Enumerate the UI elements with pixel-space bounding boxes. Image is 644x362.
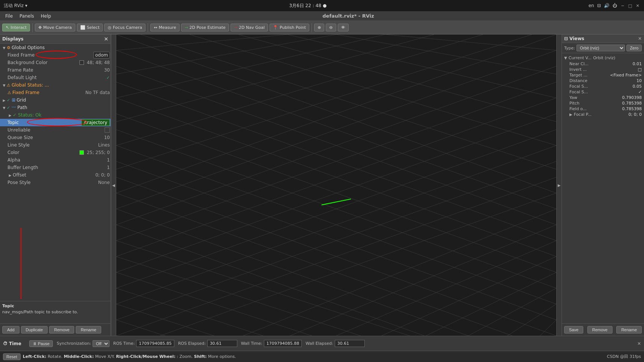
views-save-button[interactable]: Save: [564, 326, 583, 334]
pitch-label: Pitch: [569, 101, 622, 106]
focal-s1-label: Focal S...: [569, 84, 633, 89]
reset-button[interactable]: Reset: [3, 353, 21, 360]
ros-time-value: 1709794085.85: [136, 340, 174, 347]
frame-rate-row[interactable]: Frame Rate 30: [0, 66, 111, 74]
unreliable-row[interactable]: Unreliable: [0, 126, 111, 134]
field-of-view-value[interactable]: 0.785398: [622, 106, 642, 111]
help-menu[interactable]: Help: [38, 13, 54, 19]
status-text: Left-Click: Rotate. Middle-Click: Move X…: [23, 354, 236, 359]
offset-row[interactable]: Offset 0; 0; 0: [0, 171, 111, 179]
nav-goal-icon: →: [234, 25, 237, 30]
line-style-row[interactable]: Line Style Lines: [0, 141, 111, 149]
sync-select[interactable]: Off: [93, 340, 109, 347]
buffer-length-row[interactable]: Buffer Length 1: [0, 164, 111, 171]
topic-value[interactable]: /trajectory: [81, 119, 110, 126]
move-camera-button[interactable]: ✥ Move Camera: [35, 24, 75, 31]
views-close-button[interactable]: ✕: [638, 36, 642, 41]
time-panel-close[interactable]: ✕: [637, 341, 641, 346]
measure-button[interactable]: ↔ Measure: [150, 24, 180, 31]
target-frame-value[interactable]: <Fixed Frame>: [610, 73, 642, 78]
current-view-expand[interactable]: ▼: [564, 56, 567, 60]
remove-button[interactable]: Remove: [49, 326, 74, 334]
background-color-row[interactable]: Background Color 48; 48; 48: [0, 59, 111, 66]
distance-value[interactable]: 10: [637, 78, 642, 83]
views-zero-button[interactable]: Zero: [626, 45, 642, 51]
duplicate-button[interactable]: Duplicate: [21, 326, 48, 334]
invert-value[interactable]: □: [638, 67, 642, 72]
views-remove-button[interactable]: Remove: [587, 326, 613, 334]
wall-elapsed-label: Wall Elapsed:: [306, 341, 333, 346]
views-rename-button[interactable]: Rename: [616, 326, 642, 334]
views-type-label: Type:: [564, 46, 575, 51]
alpha-value: 1: [107, 157, 110, 163]
move-camera-button-2[interactable]: ⊕: [314, 24, 324, 31]
focal-point-expand-icon[interactable]: ▶: [569, 112, 572, 117]
file-menu[interactable]: File: [2, 13, 16, 19]
topic-row[interactable]: Topic /trajectory: [0, 119, 111, 126]
fixed-frame-row[interactable]: Fixed Frame odom: [0, 51, 111, 59]
near-clip-value[interactable]: 0.01: [633, 61, 642, 66]
pitch-value[interactable]: 0.785398: [622, 101, 642, 106]
unreliable-checkbox[interactable]: [105, 127, 110, 133]
global-status-row[interactable]: Global Status: ...: [0, 81, 111, 89]
focal-point-expand[interactable]: ▶ Focal P... 0; 0; 0: [562, 112, 644, 117]
add-button[interactable]: Add: [2, 326, 19, 334]
path-status-expand[interactable]: [7, 113, 13, 117]
pause-button[interactable]: ⏸ Pause: [29, 340, 53, 347]
activities-label[interactable]: 活动 RViz ▾: [4, 3, 27, 9]
focus-camera-button[interactable]: ◎ Focus Camera: [104, 24, 145, 31]
global-options-row[interactable]: Global Options: [0, 44, 111, 51]
default-light-row[interactable]: Default Light: [0, 74, 111, 81]
path-checkbox[interactable]: [7, 105, 10, 110]
camera-settings-button[interactable]: 👁: [338, 24, 349, 31]
maximize-button[interactable]: □: [628, 3, 633, 8]
default-light-checkbox[interactable]: [106, 75, 110, 80]
yaw-value[interactable]: 0.790398: [622, 95, 642, 100]
path-status-row[interactable]: ✓ Status: Ok: [0, 111, 111, 119]
color-row[interactable]: Color 25; 255; 0: [0, 149, 111, 156]
viewport[interactable]: [116, 34, 556, 336]
focal-s1-value[interactable]: 0.05: [633, 84, 642, 89]
nav-goal-label: 2D Nav Goal: [239, 25, 265, 30]
pose-style-label: Pose Style: [7, 180, 97, 185]
focal-point-label: Focal P...: [574, 112, 629, 117]
interact-label: Interact: [10, 25, 27, 30]
power-icon[interactable]: ⏻: [613, 3, 617, 8]
grid-expand[interactable]: [1, 98, 7, 102]
color-swatch: [79, 150, 84, 155]
collapse-button-right[interactable]: ▶: [556, 34, 562, 336]
alpha-row[interactable]: Alpha 1: [0, 156, 111, 164]
nav-goal-button[interactable]: → 2D Nav Goal: [231, 24, 268, 31]
target-frame-property: Target ... <Fixed Frame>: [562, 72, 644, 78]
focal-s2-value[interactable]: ✓: [638, 90, 642, 94]
pose-estimate-button[interactable]: → 2D Pose Estimate: [181, 24, 229, 31]
path-expand[interactable]: [1, 106, 7, 110]
toolbar-separator: [32, 23, 33, 32]
offset-expand[interactable]: [7, 173, 13, 177]
window-controls: ─ □ ✕: [620, 3, 640, 8]
displays-tree: Global Options Fixed Frame odom Backgrou…: [0, 44, 111, 301]
pose-style-row[interactable]: Pose Style None: [0, 179, 111, 186]
grid-checkbox[interactable]: [7, 97, 10, 103]
fixed-frame-status-row[interactable]: ⚠ Fixed Frame No TF data: [0, 89, 111, 96]
global-status-expand[interactable]: [1, 83, 7, 87]
global-options-expand[interactable]: [1, 46, 7, 50]
rename-button[interactable]: Rename: [76, 326, 101, 334]
queue-size-row[interactable]: Queue Size 10: [0, 134, 111, 141]
panels-menu[interactable]: Panels: [16, 13, 37, 19]
views-type-select[interactable]: Orbit (rviz): [577, 45, 625, 51]
publish-point-button[interactable]: 📍 Publish Point: [270, 24, 309, 31]
interact-button[interactable]: ↖ Interact: [2, 24, 30, 31]
path-row[interactable]: Path: [0, 104, 111, 111]
zoom-in-button[interactable]: ⊖: [326, 24, 336, 31]
synchronization-field: Synchronization: Off: [57, 340, 109, 347]
grid-row[interactable]: Grid: [0, 96, 111, 104]
fixed-frame-value[interactable]: odom: [93, 52, 110, 58]
measure-label: Measure: [159, 25, 176, 30]
displays-close-button[interactable]: ✕: [104, 36, 108, 42]
collapse-button[interactable]: ◀: [111, 34, 116, 336]
current-view-section[interactable]: ▼ Current V... Orbit (rviz): [562, 55, 644, 61]
select-button[interactable]: ⬜ Select: [77, 24, 103, 31]
minimize-button[interactable]: ─: [620, 3, 625, 8]
close-button[interactable]: ✕: [635, 3, 640, 8]
